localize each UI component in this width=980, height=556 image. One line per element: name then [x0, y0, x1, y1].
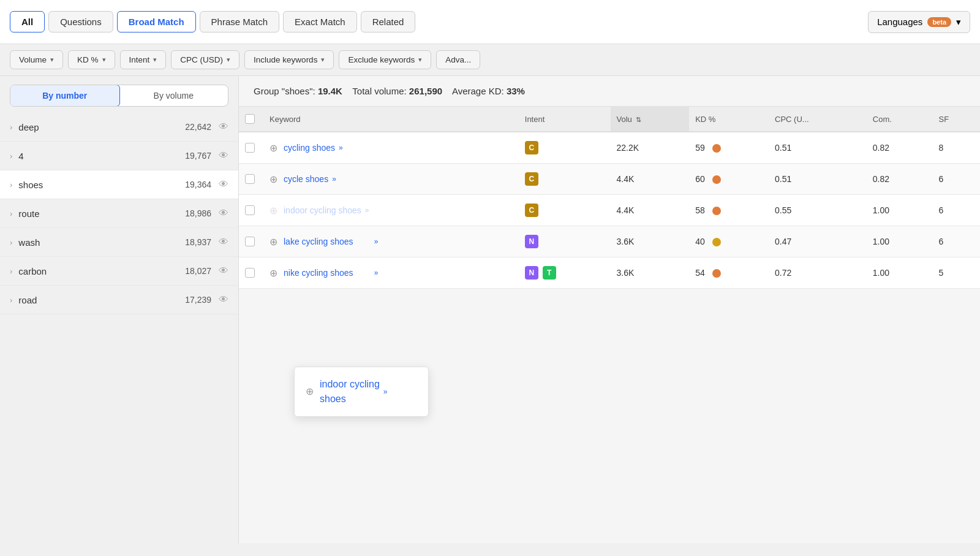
com-cell: 0.82	[867, 132, 933, 164]
keyword-link-indoor-cycling[interactable]: ⊕ indoor cycling shoes »	[270, 205, 513, 216]
intent-badge-n: N	[525, 266, 538, 280]
keyword-cell: ⊕ nike cycling shoes »	[263, 257, 519, 289]
sidebar-item-count: 19,364	[185, 180, 211, 189]
sidebar-item-carbon[interactable]: › carbon 18,027 👁	[0, 257, 238, 286]
col-com: Com.	[867, 107, 933, 132]
include-keywords-label: Include keywords	[254, 55, 317, 64]
sidebar-item-4[interactable]: › 4 19,767 👁	[0, 142, 238, 170]
languages-button[interactable]: Languages beta ▾	[868, 11, 970, 33]
volume-cell: 3.6K	[611, 226, 690, 257]
expand-icon: ›	[10, 295, 12, 305]
row-checkbox[interactable]	[245, 174, 255, 184]
cpc-cell: 0.51	[769, 164, 867, 195]
main-layout: By number By volume › deep 22,642 👁 › 4 …	[0, 76, 980, 543]
row-checkbox[interactable]	[245, 268, 255, 278]
exclude-keywords-filter[interactable]: Exclude keywords ▾	[339, 50, 431, 69]
total-volume-label: Total volume:	[352, 86, 406, 96]
keyword-link-nike-cycling[interactable]: ⊕ nike cycling shoes »	[270, 267, 513, 279]
tooltip-keyword-text: indoor cyclingshoes	[320, 377, 380, 406]
row-checkbox[interactable]	[245, 237, 255, 246]
select-all-checkbox[interactable]	[245, 114, 255, 124]
row-checkbox[interactable]	[245, 205, 255, 215]
tab-all[interactable]: All	[10, 11, 45, 32]
kd-indicator	[712, 207, 721, 215]
tooltip-keyword-link[interactable]: ⊕ indoor cyclingshoes »	[306, 377, 417, 406]
col-cpc: CPC (U...	[769, 107, 867, 132]
volume-filter-label: Volume	[19, 55, 47, 64]
row-checkbox[interactable]	[245, 143, 255, 153]
eye-icon[interactable]: 👁	[219, 294, 228, 305]
sidebar-item-label: road	[18, 295, 185, 305]
com-cell: 0.82	[867, 164, 933, 195]
col-keyword: Keyword	[263, 107, 519, 132]
add-icon: ⊕	[270, 173, 277, 185]
sidebar-item-label: wash	[18, 237, 185, 248]
eye-icon[interactable]: 👁	[219, 208, 228, 219]
add-icon: ⊕	[306, 384, 314, 399]
sort-icon: ⇅	[636, 116, 641, 123]
sidebar-item-shoes[interactable]: › shoes 19,364 👁	[0, 170, 238, 199]
sidebar-item-count: 18,937	[185, 237, 211, 247]
expand-icon: ›	[10, 267, 12, 276]
total-volume: 261,590	[409, 86, 442, 96]
col-volume[interactable]: Volu ⇅	[611, 107, 690, 132]
kd-indicator	[712, 175, 721, 184]
group-count: 19.4K	[318, 86, 342, 96]
tab-related[interactable]: Related	[361, 11, 416, 32]
col-sf: SF	[933, 107, 980, 132]
group-label: Group "shoes":	[254, 86, 315, 96]
table-row: ⊕ cycle shoes » C 4.4K 60 0.51 0.82	[239, 164, 980, 195]
sidebar-item-wash[interactable]: › wash 18,937 👁	[0, 228, 238, 257]
volume-cell: 3.6K	[611, 257, 690, 289]
eye-icon[interactable]: 👁	[219, 265, 228, 276]
intent-cell: C	[519, 132, 611, 164]
cpc-cell: 0.51	[769, 132, 867, 164]
add-icon: ⊕	[270, 236, 277, 248]
eye-icon[interactable]: 👁	[219, 237, 228, 248]
keyword-text: cycle shoes	[284, 174, 328, 184]
kd-cell: 60	[689, 164, 769, 195]
keyword-link-cycling-shoes[interactable]: ⊕ cycling shoes »	[270, 142, 513, 154]
eye-icon[interactable]: 👁	[219, 150, 228, 161]
table-row: ⊕ lake cycling shoes » N 3.6K 40	[239, 226, 980, 257]
kd-cell: 40	[689, 226, 769, 257]
table-row: ⊕ indoor cyclingshoes » ⊕ indoor cycling…	[239, 195, 980, 226]
keyword-link-lake-cycling[interactable]: ⊕ lake cycling shoes »	[270, 236, 513, 248]
sidebar-item-road[interactable]: › road 17,239 👁	[0, 286, 238, 314]
expand-icon: ›	[10, 123, 12, 132]
keyword-cell: ⊕ cycle shoes »	[263, 164, 519, 195]
sidebar-item-deep[interactable]: › deep 22,642 👁	[0, 113, 238, 142]
double-arrow-icon: »	[383, 386, 388, 397]
include-keywords-filter[interactable]: Include keywords ▾	[244, 50, 334, 69]
sf-cell: 5	[933, 257, 980, 289]
tab-questions[interactable]: Questions	[48, 11, 113, 32]
languages-label: Languages	[877, 17, 922, 27]
keyword-link-cycle-shoes[interactable]: ⊕ cycle shoes »	[270, 173, 513, 185]
by-number-toggle[interactable]: By number	[10, 85, 120, 107]
volume-filter[interactable]: Volume ▾	[10, 50, 63, 69]
kd-filter[interactable]: KD % ▾	[68, 50, 115, 69]
eye-icon[interactable]: 👁	[219, 179, 228, 190]
tab-broad-match[interactable]: Broad Match	[117, 11, 196, 32]
eye-icon[interactable]: 👁	[219, 121, 228, 132]
advanced-filter[interactable]: Adva...	[436, 50, 480, 69]
sidebar-item-count: 18,027	[185, 266, 211, 276]
by-volume-toggle[interactable]: By volume	[119, 85, 228, 106]
sidebar-item-count: 22,642	[185, 122, 211, 132]
kd-indicator	[712, 269, 721, 278]
group-toggle: By number By volume	[10, 85, 228, 107]
kd-cell: 54	[689, 257, 769, 289]
row-checkbox-cell	[239, 164, 263, 195]
intent-badge: C	[525, 204, 538, 217]
kd-indicator	[712, 144, 721, 153]
double-arrow-icon: »	[365, 206, 369, 215]
keyword-text: nike cycling shoes	[284, 268, 353, 278]
sidebar-item-route[interactable]: › route 18,986 👁	[0, 199, 238, 228]
intent-filter[interactable]: Intent ▾	[120, 50, 167, 69]
filter-bar: Volume ▾ KD % ▾ Intent ▾ CPC (USD) ▾ Inc…	[0, 44, 980, 76]
sidebar-item-label: deep	[18, 122, 185, 132]
tab-exact-match[interactable]: Exact Match	[283, 11, 357, 32]
tab-phrase-match[interactable]: Phrase Match	[200, 11, 280, 32]
cpc-filter[interactable]: CPC (USD) ▾	[171, 50, 239, 69]
expand-icon: ›	[10, 180, 12, 189]
